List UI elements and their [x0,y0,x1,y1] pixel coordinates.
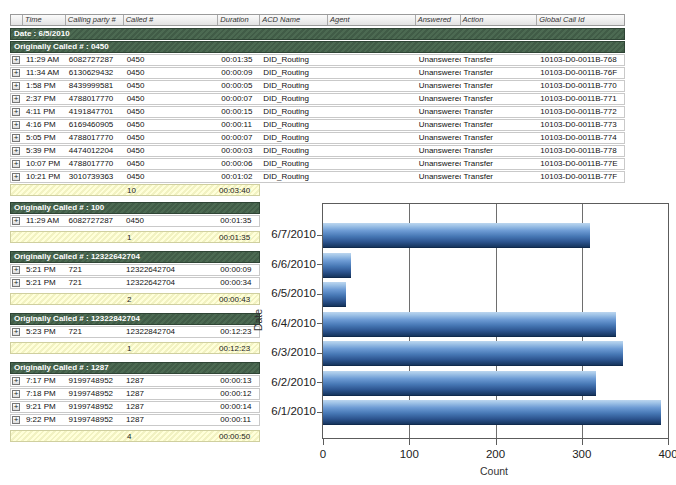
expand-plus-icon[interactable]: + [12,377,20,385]
group-summary-row: 100:01:35 [10,231,260,243]
cell-duration: 00:00:06 [218,159,260,169]
cell-time: 9:21 PM [23,402,66,412]
cell-time: 11:29 AM [23,216,66,226]
expand-plus-icon[interactable]: + [12,134,20,142]
cell-called: 12322842704 [123,327,217,337]
table-header-row: TimeCalling party #Called #DurationACD N… [10,14,625,26]
cell-answered: Unanswered [416,146,461,156]
cell-called: 0450 [124,68,219,78]
cell-agent [328,120,416,130]
cell-agent [328,81,416,91]
cell-answered: Unanswered [416,120,461,130]
expand-plus-icon[interactable]: + [12,416,20,424]
cell-duration: 00:00:03 [218,146,260,156]
originally-called-group: Originally Called # : 1287+7:17 PM919974… [10,362,260,442]
cell-answered: Unanswered [416,81,461,91]
expand-plus-icon[interactable]: + [12,266,20,274]
cell-time: 7:18 PM [23,389,66,399]
summary-call-count: 10 [127,186,136,196]
cell-called: 0450 [124,146,219,156]
expand-plus-icon[interactable]: + [12,56,20,64]
call-report-screen: TimeCalling party #Called #DurationACD N… [0,0,676,485]
expand-cell: + [11,278,23,288]
expand-plus-icon[interactable]: + [12,173,20,181]
expand-cell: + [11,159,23,169]
cell-called: 12322642704 [123,265,217,275]
cell-called: 1287 [123,376,217,386]
y-tick-label: 6/6/2010 [246,258,316,270]
cell-calling-party: 721 [66,265,124,275]
y-tick-label: 6/5/2010 [246,287,316,299]
cell-acd-name: DID_Routing [260,159,328,169]
cell-acd-name: DID_Routing [260,81,328,91]
expand-plus-icon[interactable]: + [12,328,20,336]
cell-global-call-id: 10103-D0-0011B-778 [537,146,624,156]
expand-plus-icon[interactable]: + [12,69,20,77]
expand-cell: + [11,389,23,399]
cell-time: 5:23 PM [23,327,66,337]
expand-cell: + [11,172,23,182]
cell-called: 0450 [124,133,219,143]
cell-acd-name: DID_Routing [260,55,328,65]
call-row: +5:05 PM4788017770045000:00:07DID_Routin… [10,132,625,144]
expand-plus-icon[interactable]: + [12,108,20,116]
y-tick-label: 6/2/2010 [246,376,316,388]
expand-cell: + [11,107,23,117]
x-tick-mark [668,439,669,445]
expand-plus-icon[interactable]: + [12,279,20,287]
call-row: +1:58 PM8439999581045000:00:05DID_Routin… [10,80,625,92]
cell-acd-name: DID_Routing [260,172,328,182]
group-summary-row: 1000:03:40 [10,184,260,196]
cell-action: Transfer [461,159,538,169]
cell-acd-name: DID_Routing [260,107,328,117]
column-header-duration: Duration [218,15,260,25]
expand-plus-icon[interactable]: + [12,95,20,103]
call-row: +4:16 PM6169460905045000:00:11DID_Routin… [10,119,625,131]
call-row: +7:18 PM9199748952128700:00:12 [10,388,260,400]
expand-plus-icon[interactable]: + [12,160,20,168]
y-tick-label: 6/4/2010 [246,317,316,329]
cell-called: 0450 [123,216,217,226]
cell-time: 5:21 PM [23,278,66,288]
cell-answered: Unanswered [416,159,461,169]
cell-calling-party: 4788017770 [66,159,124,169]
group-summary-row: 400:00:50 [10,430,260,442]
group-summary-row: 100:12:23 [10,342,260,354]
cell-acd-name: DID_Routing [260,146,328,156]
summary-call-count: 1 [127,344,131,354]
cell-action: Transfer [461,68,538,78]
expand-plus-icon[interactable]: + [12,82,20,90]
call-row: +10:21 PM3010739363045000:01:02DID_Routi… [10,171,625,183]
cell-time: 5:21 PM [23,265,66,275]
cell-time: 11:29 AM [23,55,66,65]
x-tick-label: 300 [572,448,591,460]
bar-6/5/2010 [323,282,346,307]
cell-duration: 00:00:11 [218,120,260,130]
expand-plus-icon[interactable]: + [12,403,20,411]
cell-calling-party: 4788017770 [66,133,124,143]
y-tick-label: 6/3/2010 [246,346,316,358]
column-header-expand [11,15,23,25]
originally-called-group-header: Originally Called # : 12322842704 [10,313,260,325]
expand-plus-icon[interactable]: + [12,121,20,129]
cell-duration: 00:00:09 [218,68,260,78]
cell-calling-party: 6082727287 [66,216,124,226]
expand-cell: + [11,81,23,91]
expand-plus-icon[interactable]: + [12,147,20,155]
cell-action: Transfer [461,81,538,91]
expand-cell: + [11,133,23,143]
column-header-time: Time [23,15,66,25]
summary-call-count: 2 [127,295,131,305]
column-header-called: Called # [124,15,219,25]
cell-global-call-id: 10103-D0-0011B-772 [537,107,624,117]
cell-answered: Unanswered [416,107,461,117]
cell-duration: 00:00:07 [218,133,260,143]
expand-plus-icon[interactable]: + [12,217,20,225]
cell-time: 7:17 PM [23,376,66,386]
expand-plus-icon[interactable]: + [12,390,20,398]
originally-called-group-header: Originally Called # : 100 [10,202,260,214]
cell-acd-name: DID_Routing [260,133,328,143]
originally-called-group-header: Originally Called # : 0450 [10,41,625,53]
cell-calling-party: 6130629432 [66,68,124,78]
cell-answered: Unanswered [416,172,461,182]
